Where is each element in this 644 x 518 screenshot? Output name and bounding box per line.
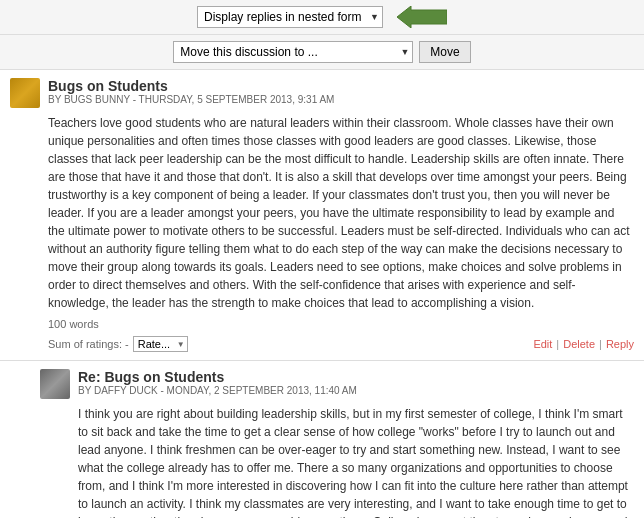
green-arrow-icon xyxy=(397,6,447,28)
post-author: BY BUGS BUNNY - THURSDAY, 5 SEPTEMBER 20… xyxy=(48,94,634,105)
post-meta: Bugs on Students BY BUGS BUNNY - THURSDA… xyxy=(48,78,634,105)
move-select[interactable]: Move this discussion to ... xyxy=(173,41,413,63)
post-body: I think you are right about building lea… xyxy=(78,405,634,518)
display-select[interactable]: Display replies in nested form xyxy=(197,6,383,28)
post-item: Bugs on Students BY BUGS BUNNY - THURSDA… xyxy=(0,70,644,361)
display-toolbar: Display replies in nested form xyxy=(0,0,644,35)
rate-select[interactable]: Rate... xyxy=(133,336,188,352)
post-meta: Re: Bugs on Students BY DAFFY DUCK - MON… xyxy=(78,369,634,396)
display-select-wrapper: Display replies in nested form xyxy=(197,6,383,28)
post-title: Bugs on Students xyxy=(48,78,634,94)
reply-link[interactable]: Reply xyxy=(606,338,634,350)
post-title: Re: Bugs on Students xyxy=(78,369,634,385)
avatar-image xyxy=(10,78,40,108)
post-item: Re: Bugs on Students BY DAFFY DUCK - MON… xyxy=(30,361,644,518)
post-header: Re: Bugs on Students BY DAFFY DUCK - MON… xyxy=(40,369,634,399)
avatar xyxy=(40,369,70,399)
ratings: Sum of ratings: - Rate... xyxy=(48,336,188,352)
avatar-image xyxy=(40,369,70,399)
rate-select-wrapper: Rate... xyxy=(133,336,188,352)
post-footer: Sum of ratings: - Rate... Edit | Delete … xyxy=(48,336,634,352)
edit-link[interactable]: Edit xyxy=(533,338,552,350)
post-body: Teachers love good students who are natu… xyxy=(48,114,634,312)
avatar xyxy=(10,78,40,108)
word-count: 100 words xyxy=(48,318,634,330)
move-button[interactable]: Move xyxy=(419,41,470,63)
delete-link[interactable]: Delete xyxy=(563,338,595,350)
discussion-container: Bugs on Students BY BUGS BUNNY - THURSDA… xyxy=(0,70,644,518)
move-toolbar: Move this discussion to ... Move xyxy=(0,35,644,70)
post-actions: Edit | Delete | Reply xyxy=(533,338,634,350)
ratings-label: Sum of ratings: - xyxy=(48,338,129,350)
post-header: Bugs on Students BY BUGS BUNNY - THURSDA… xyxy=(10,78,634,108)
move-select-wrapper: Move this discussion to ... xyxy=(173,41,413,63)
svg-marker-0 xyxy=(397,6,447,28)
post-author: BY DAFFY DUCK - MONDAY, 2 SEPTEMBER 2013… xyxy=(78,385,634,396)
